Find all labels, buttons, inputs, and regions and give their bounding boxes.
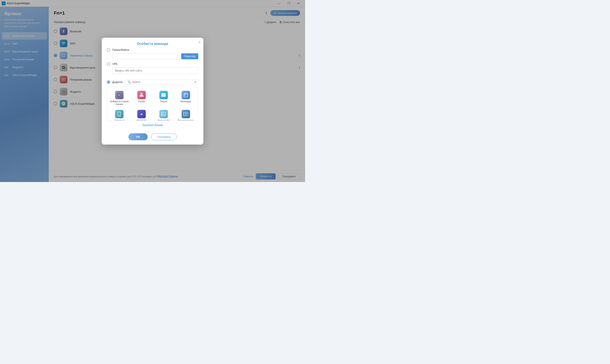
search-icon: 🔍 bbox=[127, 80, 131, 84]
app-icon-family bbox=[137, 91, 146, 99]
option-url-label: URL bbox=[112, 62, 118, 65]
svg-rect-11 bbox=[184, 93, 188, 97]
app-name-solitaire: Solitaire & Casual Games bbox=[110, 100, 129, 106]
app-item-video[interactable]: Відеоредактор bbox=[175, 108, 197, 121]
search-input-wrap: 🔍 bbox=[125, 79, 191, 85]
radio-app[interactable] bbox=[107, 80, 110, 84]
dialog-cancel-button[interactable]: Скасувати bbox=[151, 133, 177, 140]
app-item-photos[interactable]: Фотографії bbox=[153, 108, 174, 121]
apps-grid-container: ♠ Solitaire & Casual Games Family bbox=[107, 87, 198, 121]
app-name-calendar: Календар bbox=[180, 100, 191, 103]
app-name-mail: Пошта bbox=[160, 100, 167, 103]
dialog-header: Особиста команда ✕ bbox=[102, 38, 203, 48]
url-input[interactable] bbox=[112, 67, 198, 74]
app-icon-calendar bbox=[181, 91, 190, 99]
app-name-myasus: MyASUS bbox=[137, 119, 146, 121]
app-section-header: Додаток 🔍 ↺ bbox=[107, 79, 198, 85]
app-icon-video bbox=[181, 110, 190, 118]
search-input[interactable] bbox=[132, 81, 188, 84]
dialog: Особиста команда ✕ Папка/Файли Перегляд … bbox=[102, 38, 203, 144]
svg-text:♠: ♠ bbox=[119, 94, 120, 96]
app-item-mail[interactable]: Пошта bbox=[153, 89, 174, 107]
app-icon-photos bbox=[159, 110, 168, 118]
dialog-ok-button[interactable]: OK bbox=[128, 133, 148, 140]
option-app-row: Додаток bbox=[107, 80, 123, 84]
refresh-button[interactable]: ↺ bbox=[192, 79, 198, 85]
learn-more-link[interactable]: Дізнатися більше bbox=[142, 123, 163, 126]
option-url-row: URL bbox=[107, 62, 198, 65]
radio-url[interactable] bbox=[107, 62, 110, 65]
svg-rect-16 bbox=[118, 112, 121, 116]
apps-grid: ♠ Solitaire & Casual Games Family bbox=[109, 89, 196, 121]
app-icon-mail bbox=[159, 91, 168, 99]
radio-folder[interactable] bbox=[107, 48, 110, 52]
app-item-solitaire[interactable]: ♠ Solitaire & Casual Games bbox=[109, 89, 130, 107]
dialog-body: Папка/Файли Перегляд URL Додаток bbox=[102, 48, 203, 131]
file-input-row: Перегляд bbox=[112, 53, 198, 59]
app-icon-link bbox=[115, 110, 124, 118]
browse-button[interactable]: Перегляд bbox=[181, 53, 198, 59]
app-search-row: 🔍 ↺ bbox=[125, 79, 198, 85]
dialog-close-button[interactable]: ✕ bbox=[198, 40, 201, 44]
app-item-link[interactable]: Зв'язок зі смартфоном bbox=[109, 108, 130, 121]
option-folder-row: Папка/Файли bbox=[107, 48, 198, 52]
app-item-myasus[interactable]: M MyASUS bbox=[131, 108, 152, 121]
option-app-label: Додаток bbox=[112, 80, 123, 84]
app-icon-myasus: M bbox=[137, 110, 146, 118]
svg-marker-22 bbox=[185, 113, 187, 115]
svg-text:M: M bbox=[140, 113, 142, 116]
app-name-link: Зв'язок зі смартфоном bbox=[110, 119, 129, 121]
app-name-photos: Фотографії bbox=[158, 119, 169, 121]
learn-more-row: Дізнатися більше bbox=[107, 123, 198, 127]
dialog-title: Особиста команда bbox=[137, 42, 168, 46]
app-item-family[interactable]: Family bbox=[131, 89, 152, 107]
app-item-calendar[interactable]: Календар bbox=[175, 89, 197, 107]
app-icon-solitaire: ♠ bbox=[115, 91, 124, 99]
file-path-input[interactable] bbox=[112, 53, 180, 59]
app-name-family: Family bbox=[138, 100, 145, 103]
app-name-video: Відеоредактор bbox=[178, 119, 194, 121]
option-folder-label: Папка/Файли bbox=[112, 48, 129, 52]
url-input-wrap bbox=[112, 67, 198, 77]
dialog-footer: OK Скасувати bbox=[102, 131, 203, 144]
svg-rect-15 bbox=[184, 95, 185, 96]
dialog-overlay: Особиста команда ✕ Папка/Файли Перегляд … bbox=[0, 0, 305, 182]
